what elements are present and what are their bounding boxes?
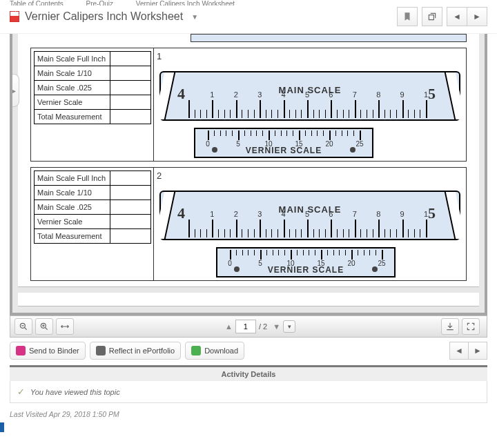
cloud-icon xyxy=(96,346,106,356)
row-value xyxy=(110,186,151,200)
page-up-button[interactable]: ▲ xyxy=(222,322,235,331)
exercise-number: 1 xyxy=(157,51,463,61)
title-menu-caret[interactable]: ▼ xyxy=(191,13,198,21)
popout-button[interactable] xyxy=(422,7,442,26)
svg-line-1 xyxy=(25,328,27,330)
row-value xyxy=(110,200,151,215)
scale-stub-top xyxy=(191,34,467,42)
bookmark-button[interactable] xyxy=(397,7,418,26)
row-value xyxy=(110,81,151,95)
measurement-table: Main Scale Full Inch Main Scale 1/10 Mai… xyxy=(34,171,151,244)
pdf-icon xyxy=(10,11,19,22)
measurement-table: Main Scale Full Inch Main Scale 1/10 Mai… xyxy=(34,51,151,124)
main-scale-label: MAIN SCALE xyxy=(161,204,459,215)
title-bar: Vernier Calipers Inch Worksheet ▼ ◄ ► xyxy=(0,6,497,34)
page-menu-button[interactable]: ▾ xyxy=(283,320,295,333)
main-scale-label: MAIN SCALE xyxy=(161,85,459,95)
svg-line-4 xyxy=(46,328,48,330)
row-value xyxy=(110,110,151,124)
breadcrumb-unit[interactable]: Pre-Quiz xyxy=(86,0,113,6)
binder-icon xyxy=(16,346,26,356)
download-icon xyxy=(191,346,201,356)
page-down-button[interactable]: ▼ xyxy=(270,322,283,331)
row-value xyxy=(110,95,151,110)
caliper-figure: 4 5 MAIN SCALE 1234567891 0510152025 VER… xyxy=(157,181,463,277)
vernier-scale-label: VERNIER SCALE xyxy=(217,265,394,275)
row-label: Main Scale 1/10 xyxy=(35,186,110,200)
exercise-number: 2 xyxy=(157,171,463,181)
row-value xyxy=(110,215,151,229)
last-visited: Last Visited Apr 29, 2018 1:50 PM xyxy=(10,410,487,418)
pdf-viewer[interactable]: ▸ Main Scale Full Inch Main Scale 1/10 M… xyxy=(10,34,487,315)
download-button[interactable] xyxy=(441,318,459,335)
row-value xyxy=(110,66,151,81)
row-label: Main Scale Full Inch xyxy=(35,171,110,186)
exercise-row: Main Scale Full Inch Main Scale 1/10 Mai… xyxy=(30,167,467,281)
breadcrumb: Table of Contents Pre-Quiz Vernier Calip… xyxy=(0,0,497,6)
breadcrumb-toc[interactable]: Table of Contents xyxy=(10,0,64,6)
pdf-page-1: Main Scale Full Inch Main Scale 1/10 Mai… xyxy=(18,34,479,287)
bottom-accent xyxy=(0,422,4,432)
row-label: Main Scale 1/10 xyxy=(35,66,110,81)
pdf-page-2 xyxy=(18,293,479,306)
breadcrumb-doc[interactable]: Vernier Calipers Inch Worksheet xyxy=(136,0,235,6)
page-total: / 2 xyxy=(259,322,267,331)
prev-bottom-button[interactable]: ◄ xyxy=(449,342,469,360)
row-label: Main Scale .025 xyxy=(35,81,110,95)
row-label: Main Scale .025 xyxy=(35,200,110,215)
row-label: Main Scale Full Inch xyxy=(35,52,110,66)
bottom-bar xyxy=(0,422,497,432)
fullscreen-button[interactable] xyxy=(462,318,480,335)
checkmark-icon: ✓ xyxy=(17,387,25,397)
row-value xyxy=(110,171,151,186)
exercise-row: Main Scale Full Inch Main Scale 1/10 Mai… xyxy=(30,48,467,162)
reflect-eportfolio-button[interactable]: Reflect in ePortfolio xyxy=(90,342,181,360)
fit-width-button[interactable] xyxy=(56,318,74,335)
download-action-button[interactable]: Download xyxy=(185,342,244,360)
vernier-scale-label: VERNIER SCALE xyxy=(195,146,372,155)
send-to-binder-button[interactable]: Send to Binder xyxy=(10,342,86,360)
page-title: Vernier Calipers Inch Worksheet xyxy=(25,10,183,23)
row-label: Vernier Scale xyxy=(35,95,110,110)
expand-sidebar-tab[interactable]: ▸ xyxy=(10,74,19,107)
next-bottom-button[interactable]: ► xyxy=(468,342,487,360)
activity-viewed-text: You have viewed this topic xyxy=(30,388,120,396)
activity-details-body: ✓ You have viewed this topic xyxy=(10,381,487,403)
zoom-out-button[interactable] xyxy=(14,318,32,335)
zoom-in-button[interactable] xyxy=(35,318,53,335)
row-value xyxy=(110,229,151,244)
row-label: Total Measurement xyxy=(35,229,110,244)
actions-row: Send to Binder Reflect in ePortfolio Dow… xyxy=(0,338,497,364)
row-label: Vernier Scale xyxy=(35,215,110,229)
row-label: Total Measurement xyxy=(35,110,110,124)
page-number-input[interactable] xyxy=(235,320,256,333)
caliper-figure: 4 5 MAIN SCALE 1234567891 0510152025 VER… xyxy=(157,61,463,158)
prev-top-button[interactable]: ◄ xyxy=(447,7,467,26)
viewer-toolbar: ▲ / 2 ▼ ▾ xyxy=(10,315,487,338)
next-top-button[interactable]: ► xyxy=(467,7,487,26)
activity-details-header: Activity Details xyxy=(10,365,487,381)
row-value xyxy=(110,52,151,66)
